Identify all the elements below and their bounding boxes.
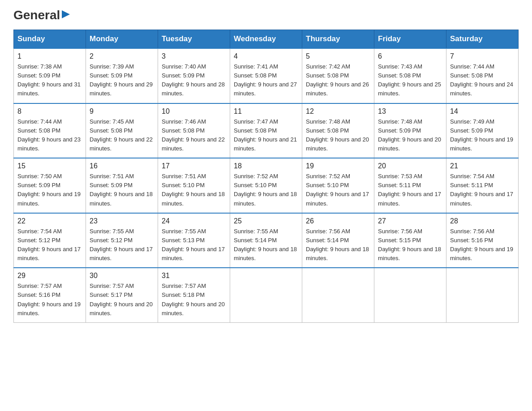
- calendar-table: SundayMondayTuesdayWednesdayThursdayFrid…: [13, 30, 519, 323]
- page-header: General: [13, 9, 519, 21]
- day-number: 28: [450, 217, 515, 225]
- calendar-cell: 11Sunrise: 7:47 AMSunset: 5:08 PMDayligh…: [230, 103, 302, 158]
- day-info: Sunrise: 7:56 AMSunset: 5:16 PMDaylight:…: [450, 227, 515, 263]
- svg-marker-0: [62, 10, 70, 18]
- calendar-cell: 17Sunrise: 7:51 AMSunset: 5:10 PMDayligh…: [158, 158, 230, 213]
- calendar-cell: 9Sunrise: 7:45 AMSunset: 5:08 PMDaylight…: [86, 103, 158, 158]
- calendar-cell: 18Sunrise: 7:52 AMSunset: 5:10 PMDayligh…: [230, 158, 302, 213]
- day-of-week-header: Friday: [374, 30, 446, 49]
- day-info: Sunrise: 7:46 AMSunset: 5:08 PMDaylight:…: [162, 117, 226, 154]
- day-number: 24: [162, 217, 226, 225]
- day-info: Sunrise: 7:51 AMSunset: 5:09 PMDaylight:…: [90, 172, 154, 208]
- calendar-cell: 19Sunrise: 7:52 AMSunset: 5:10 PMDayligh…: [302, 158, 374, 213]
- calendar-cell: 12Sunrise: 7:48 AMSunset: 5:08 PMDayligh…: [302, 103, 374, 158]
- day-info: Sunrise: 7:52 AMSunset: 5:10 PMDaylight:…: [306, 172, 370, 208]
- calendar-cell: 16Sunrise: 7:51 AMSunset: 5:09 PMDayligh…: [86, 158, 158, 213]
- day-number: 3: [162, 52, 226, 60]
- day-of-week-header: Tuesday: [158, 30, 230, 49]
- day-info: Sunrise: 7:50 AMSunset: 5:09 PMDaylight:…: [17, 172, 82, 208]
- calendar-cell: [374, 268, 446, 322]
- calendar-cell: 31Sunrise: 7:57 AMSunset: 5:18 PMDayligh…: [158, 268, 230, 322]
- calendar-cell: 3Sunrise: 7:40 AMSunset: 5:09 PMDaylight…: [158, 48, 230, 103]
- day-info: Sunrise: 7:57 AMSunset: 5:17 PMDaylight:…: [90, 282, 154, 318]
- day-info: Sunrise: 7:41 AMSunset: 5:08 PMDaylight:…: [234, 62, 298, 98]
- calendar-week-row: 1Sunrise: 7:38 AMSunset: 5:09 PMDaylight…: [14, 48, 519, 103]
- day-number: 30: [90, 272, 154, 280]
- day-number: 31: [162, 272, 226, 280]
- day-info: Sunrise: 7:49 AMSunset: 5:09 PMDaylight:…: [450, 117, 515, 154]
- day-number: 29: [17, 272, 82, 280]
- day-info: Sunrise: 7:54 AMSunset: 5:12 PMDaylight:…: [17, 227, 82, 263]
- day-info: Sunrise: 7:48 AMSunset: 5:09 PMDaylight:…: [378, 117, 442, 154]
- day-info: Sunrise: 7:40 AMSunset: 5:09 PMDaylight:…: [162, 62, 226, 98]
- calendar-cell: 6Sunrise: 7:43 AMSunset: 5:08 PMDaylight…: [374, 48, 446, 103]
- calendar-cell: 8Sunrise: 7:44 AMSunset: 5:08 PMDaylight…: [14, 103, 86, 158]
- calendar-cell: 2Sunrise: 7:39 AMSunset: 5:09 PMDaylight…: [86, 48, 158, 103]
- day-of-week-header: Saturday: [446, 30, 519, 49]
- day-info: Sunrise: 7:53 AMSunset: 5:11 PMDaylight:…: [378, 172, 442, 208]
- day-info: Sunrise: 7:47 AMSunset: 5:08 PMDaylight:…: [234, 117, 298, 154]
- day-number: 2: [90, 52, 154, 60]
- calendar-cell: [302, 268, 374, 322]
- calendar-week-row: 15Sunrise: 7:50 AMSunset: 5:09 PMDayligh…: [14, 158, 519, 213]
- calendar-cell: 7Sunrise: 7:44 AMSunset: 5:08 PMDaylight…: [446, 48, 519, 103]
- day-number: 1: [17, 52, 82, 60]
- day-info: Sunrise: 7:43 AMSunset: 5:08 PMDaylight:…: [378, 62, 442, 98]
- day-info: Sunrise: 7:56 AMSunset: 5:14 PMDaylight:…: [306, 227, 370, 263]
- day-info: Sunrise: 7:55 AMSunset: 5:13 PMDaylight:…: [162, 227, 226, 263]
- calendar-week-row: 8Sunrise: 7:44 AMSunset: 5:08 PMDaylight…: [14, 103, 519, 158]
- calendar-cell: 23Sunrise: 7:55 AMSunset: 5:12 PMDayligh…: [86, 213, 158, 268]
- day-info: Sunrise: 7:54 AMSunset: 5:11 PMDaylight:…: [450, 172, 515, 208]
- day-of-week-header: Monday: [86, 30, 158, 49]
- day-number: 16: [90, 162, 154, 170]
- calendar-cell: 27Sunrise: 7:56 AMSunset: 5:15 PMDayligh…: [374, 213, 446, 268]
- day-number: 17: [162, 162, 226, 170]
- calendar-cell: [230, 268, 302, 322]
- day-number: 15: [17, 162, 82, 170]
- day-number: 25: [234, 217, 298, 225]
- calendar-cell: 10Sunrise: 7:46 AMSunset: 5:08 PMDayligh…: [158, 103, 230, 158]
- calendar-cell: 1Sunrise: 7:38 AMSunset: 5:09 PMDaylight…: [14, 48, 86, 103]
- day-info: Sunrise: 7:39 AMSunset: 5:09 PMDaylight:…: [90, 62, 154, 98]
- day-number: 4: [234, 52, 298, 60]
- day-number: 11: [234, 107, 298, 116]
- calendar-cell: 15Sunrise: 7:50 AMSunset: 5:09 PMDayligh…: [14, 158, 86, 213]
- calendar-week-row: 29Sunrise: 7:57 AMSunset: 5:16 PMDayligh…: [14, 268, 519, 322]
- calendar-cell: 25Sunrise: 7:55 AMSunset: 5:14 PMDayligh…: [230, 213, 302, 268]
- day-number: 18: [234, 162, 298, 170]
- calendar-cell: 29Sunrise: 7:57 AMSunset: 5:16 PMDayligh…: [14, 268, 86, 322]
- day-number: 21: [450, 162, 515, 170]
- calendar-cell: 22Sunrise: 7:54 AMSunset: 5:12 PMDayligh…: [14, 213, 86, 268]
- day-number: 10: [162, 107, 226, 116]
- logo-arrow-icon: [61, 9, 71, 19]
- day-info: Sunrise: 7:55 AMSunset: 5:12 PMDaylight:…: [90, 227, 154, 263]
- calendar-week-row: 22Sunrise: 7:54 AMSunset: 5:12 PMDayligh…: [14, 213, 519, 268]
- day-number: 6: [378, 52, 442, 60]
- logo: General: [13, 9, 71, 21]
- calendar-cell: 21Sunrise: 7:54 AMSunset: 5:11 PMDayligh…: [446, 158, 519, 213]
- day-number: 19: [306, 162, 370, 170]
- day-of-week-header: Sunday: [14, 30, 86, 49]
- day-number: 8: [17, 107, 82, 116]
- day-number: 27: [378, 217, 442, 225]
- calendar-cell: 5Sunrise: 7:42 AMSunset: 5:08 PMDaylight…: [302, 48, 374, 103]
- day-info: Sunrise: 7:45 AMSunset: 5:08 PMDaylight:…: [90, 117, 154, 154]
- day-info: Sunrise: 7:51 AMSunset: 5:10 PMDaylight:…: [162, 172, 226, 208]
- day-number: 5: [306, 52, 370, 60]
- day-number: 12: [306, 107, 370, 116]
- day-number: 9: [90, 107, 154, 116]
- day-number: 22: [17, 217, 82, 225]
- day-info: Sunrise: 7:38 AMSunset: 5:09 PMDaylight:…: [17, 62, 82, 98]
- calendar-header-row: SundayMondayTuesdayWednesdayThursdayFrid…: [14, 30, 519, 49]
- day-info: Sunrise: 7:52 AMSunset: 5:10 PMDaylight:…: [234, 172, 298, 208]
- calendar-cell: 26Sunrise: 7:56 AMSunset: 5:14 PMDayligh…: [302, 213, 374, 268]
- day-info: Sunrise: 7:44 AMSunset: 5:08 PMDaylight:…: [17, 117, 82, 154]
- calendar-cell: 20Sunrise: 7:53 AMSunset: 5:11 PMDayligh…: [374, 158, 446, 213]
- day-info: Sunrise: 7:56 AMSunset: 5:15 PMDaylight:…: [378, 227, 442, 263]
- day-number: 13: [378, 107, 442, 116]
- calendar-cell: 4Sunrise: 7:41 AMSunset: 5:08 PMDaylight…: [230, 48, 302, 103]
- calendar-cell: 30Sunrise: 7:57 AMSunset: 5:17 PMDayligh…: [86, 268, 158, 322]
- calendar-cell: [446, 268, 519, 322]
- day-info: Sunrise: 7:57 AMSunset: 5:18 PMDaylight:…: [162, 282, 226, 318]
- logo-text-top: General: [13, 9, 60, 21]
